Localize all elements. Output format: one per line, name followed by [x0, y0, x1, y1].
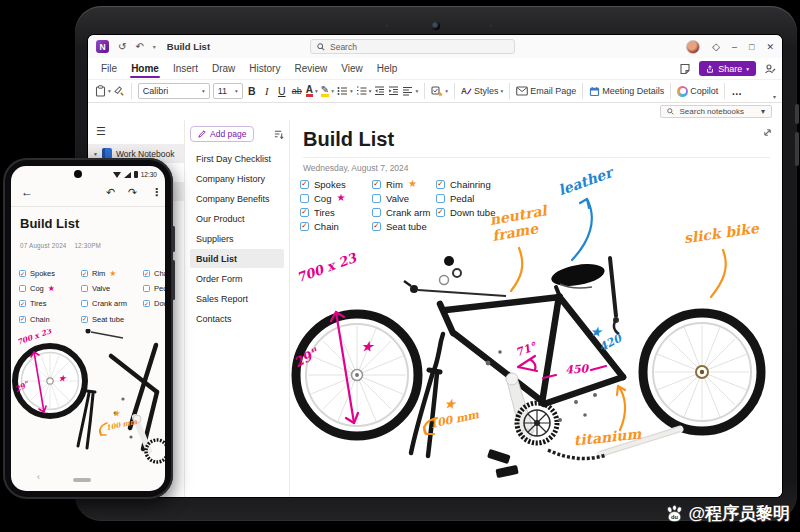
decrease-indent-icon[interactable]: [374, 86, 385, 96]
copilot-button[interactable]: Copilot: [677, 86, 718, 97]
ribbon-collapse-icon[interactable]: ▾: [773, 93, 776, 100]
checked-checkbox[interactable]: ✓: [19, 270, 26, 277]
page-list-item[interactable]: Contacts: [190, 309, 284, 328]
unchecked-checkbox[interactable]: [372, 194, 381, 203]
close-button[interactable]: ✕: [766, 42, 774, 52]
paste-button[interactable]: ▾: [95, 85, 111, 97]
undo-icon[interactable]: ↶: [135, 41, 143, 52]
page-list-item[interactable]: Sales Report: [190, 289, 284, 308]
page-list-item[interactable]: Build List: [190, 249, 284, 268]
strikethrough-button[interactable]: ab: [291, 86, 303, 96]
checklist-item[interactable]: ✓Seat tube: [372, 219, 442, 233]
highlighter-button[interactable]: ✎▾: [321, 86, 334, 97]
checklist-item[interactable]: ✓Tires: [300, 205, 370, 219]
user-avatar[interactable]: [686, 40, 700, 54]
email-page-button[interactable]: Email Page: [516, 86, 576, 96]
checklist-item[interactable]: ✓Tires: [19, 296, 81, 311]
checklist-item[interactable]: Cog★: [19, 281, 81, 296]
checklist-item[interactable]: Cog★: [300, 191, 370, 205]
meeting-details-button[interactable]: Meeting Details: [589, 86, 664, 97]
bullet-list-button[interactable]: ▾: [337, 86, 353, 96]
page-title[interactable]: Build List: [303, 128, 394, 151]
page-list-item[interactable]: Company Benefits: [190, 189, 284, 208]
phone-page-title[interactable]: Build List: [20, 216, 79, 231]
font-color-button[interactable]: A▾: [306, 86, 318, 97]
format-painter-icon[interactable]: [114, 86, 125, 97]
undo-icon[interactable]: ↶: [106, 186, 115, 199]
share-button[interactable]: Share ▾: [699, 61, 756, 76]
checked-checkbox[interactable]: ✓: [436, 180, 445, 189]
search-notebooks-input[interactable]: Search notebooks ▾: [660, 105, 772, 118]
menu-item-insert[interactable]: Insert: [166, 60, 205, 77]
unchecked-checkbox[interactable]: [81, 285, 88, 292]
checked-checkbox[interactable]: ✓: [143, 300, 150, 307]
maximize-button[interactable]: □: [749, 42, 754, 52]
search-input[interactable]: Search: [310, 39, 515, 54]
checked-checkbox[interactable]: ✓: [436, 208, 445, 217]
minimize-button[interactable]: –: [732, 42, 737, 52]
overflow-menu-icon[interactable]: ⋮: [151, 186, 162, 199]
checklist-item[interactable]: ✓Down tube: [143, 296, 165, 311]
checklist-item[interactable]: Crank arm: [81, 296, 143, 311]
page-list-item[interactable]: Our Product: [190, 209, 284, 228]
unchecked-checkbox[interactable]: [143, 285, 150, 292]
checked-checkbox[interactable]: ✓: [19, 300, 26, 307]
unchecked-checkbox[interactable]: [372, 208, 381, 217]
checklist-item[interactable]: ✓Chain: [19, 312, 81, 327]
add-page-button[interactable]: Add page: [190, 126, 254, 142]
font-name-select[interactable]: Calibri▾: [138, 83, 210, 99]
checklist-item[interactable]: ✓Spokes: [300, 177, 370, 191]
back-arrow-icon[interactable]: ←: [21, 185, 33, 199]
checklist-item[interactable]: ✓Seat tube: [81, 312, 143, 327]
hamburger-icon[interactable]: ☰: [88, 123, 184, 144]
page-list-item[interactable]: First Day Checklist: [190, 149, 284, 168]
page-list-item[interactable]: Order Form: [190, 269, 284, 288]
checklist-item[interactable]: Crank arm: [372, 205, 442, 219]
numbered-list-button[interactable]: ▾: [356, 86, 372, 96]
unchecked-checkbox[interactable]: [300, 194, 309, 203]
feedback-diamond-icon[interactable]: ◇: [712, 41, 720, 52]
checklist-item[interactable]: ✓Chainring: [436, 177, 506, 191]
phone-nav-back-icon[interactable]: ‹: [37, 472, 40, 482]
menu-item-view[interactable]: View: [334, 60, 370, 77]
onenote-app-icon[interactable]: N: [96, 40, 109, 53]
checklist-item[interactable]: ✓Rim★: [81, 266, 143, 281]
page-list-item[interactable]: Company History: [190, 169, 284, 188]
menu-item-file[interactable]: File: [94, 60, 124, 77]
checklist-item[interactable]: Pedal: [143, 281, 165, 296]
checklist-item[interactable]: ✓Down tube: [436, 205, 506, 219]
checked-checkbox[interactable]: ✓: [300, 208, 309, 217]
checklist-item[interactable]: ✓Chainring: [143, 266, 165, 281]
checklist-item[interactable]: ✓Chain: [300, 219, 370, 233]
checklist-item[interactable]: ✓Rim★: [372, 177, 442, 191]
checked-checkbox[interactable]: ✓: [19, 316, 26, 323]
checklist-item[interactable]: ✓Spokes: [19, 266, 81, 281]
back-icon[interactable]: ↺: [118, 41, 126, 52]
checked-checkbox[interactable]: ✓: [143, 270, 150, 277]
sort-icon[interactable]: [273, 129, 284, 140]
italic-button[interactable]: I: [261, 86, 273, 97]
more-commands-button[interactable]: …: [731, 85, 743, 97]
checked-checkbox[interactable]: ✓: [372, 180, 381, 189]
phone-home-pill[interactable]: [73, 478, 91, 482]
font-size-select[interactable]: 11▾: [213, 83, 243, 99]
redo-icon[interactable]: ↷: [128, 186, 137, 199]
note-canvas[interactable]: Build List Wednesday, August 7, 2024 ✓Sp…: [290, 120, 782, 497]
styles-button[interactable]: A Styles▾: [461, 86, 503, 97]
checklist-item[interactable]: Valve: [81, 281, 143, 296]
underline-button[interactable]: U: [276, 85, 288, 97]
checked-checkbox[interactable]: ✓: [300, 180, 309, 189]
checklist-item[interactable]: Valve: [372, 191, 442, 205]
quick-access-toolbar-icon[interactable]: ▾: [153, 43, 156, 50]
checked-checkbox[interactable]: ✓: [81, 270, 88, 277]
menu-item-history[interactable]: History: [242, 60, 287, 77]
menu-item-draw[interactable]: Draw: [205, 60, 242, 77]
checked-checkbox[interactable]: ✓: [372, 222, 381, 231]
bold-button[interactable]: B: [246, 85, 258, 97]
menu-item-review[interactable]: Review: [287, 60, 334, 77]
checked-checkbox[interactable]: ✓: [300, 222, 309, 231]
checklist-item[interactable]: Pedal: [436, 191, 506, 205]
increase-indent-icon[interactable]: [388, 86, 399, 96]
page-list-item[interactable]: Suppliers: [190, 229, 284, 248]
alignment-button[interactable]: ▾: [402, 86, 418, 96]
